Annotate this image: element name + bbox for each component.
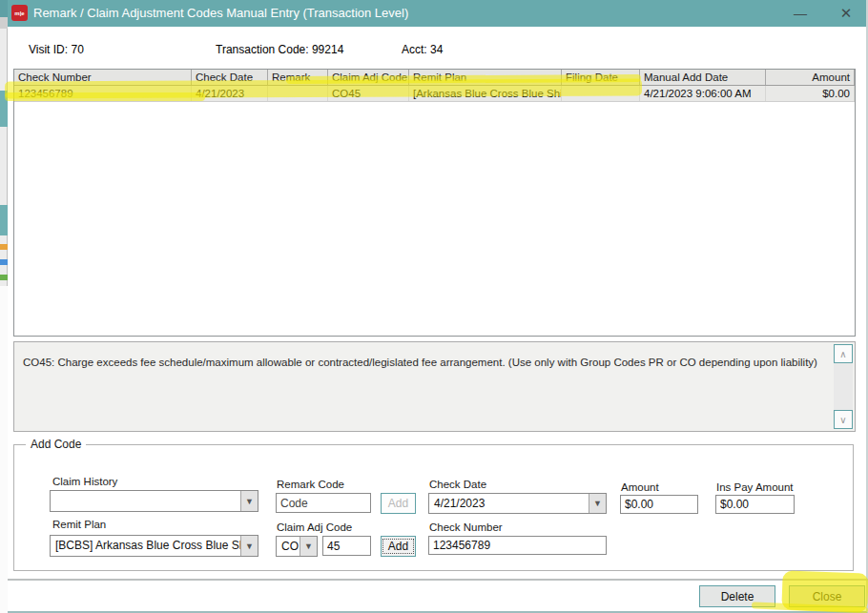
chevron-down-icon[interactable]: ▼ (240, 491, 258, 511)
cell-manual-add-date: 4/21/2023 9:06:00 AM (640, 86, 766, 101)
cell-amount: $0.00 (766, 86, 855, 101)
scroll-up-icon[interactable]: ∧ (834, 344, 853, 363)
sliver-segment (0, 259, 8, 265)
screen: m|e Remark / Claim Adjustment Codes Manu… (0, 0, 868, 613)
sliver-segment (0, 91, 8, 127)
code-description-text: CO45: Charge exceeds fee schedule/maximu… (23, 357, 826, 368)
claim-history-value (51, 491, 240, 511)
title-bar[interactable]: m|e Remark / Claim Adjustment Codes Manu… (8, 0, 866, 27)
footer-divider (8, 579, 868, 581)
check-number-label: Check Number (429, 521, 503, 533)
grid-column-header[interactable]: Manual Add Date (640, 70, 766, 85)
claim-adj-add-button[interactable]: Add (381, 536, 416, 557)
cell-remark (268, 86, 328, 101)
grid-data-row[interactable]: 123456789 4/21/2023 CO45 [Arkansas Blue … (14, 86, 855, 102)
amount-label: Amount (621, 481, 659, 493)
cell-filing-date (562, 86, 640, 101)
remit-plan-value: [BCBS] Arkansas Blue Cross Blue Shield (51, 536, 240, 556)
check-date-label: Check Date (429, 479, 486, 490)
minimize-button[interactable]: — (784, 0, 816, 27)
window-title: Remark / Claim Adjustment Codes Manual E… (33, 6, 408, 20)
background-window-sliver (0, 0, 8, 613)
cell-claim-adj-code: CO45 (328, 86, 409, 101)
remit-plan-combobox[interactable]: [BCBS] Arkansas Blue Cross Blue Shield ▼ (50, 535, 258, 557)
add-code-group-label: Add Code (26, 438, 86, 451)
ins-pay-amount-input[interactable] (715, 495, 795, 514)
claim-adj-code-input[interactable] (322, 536, 371, 556)
claim-history-combobox[interactable]: ▼ (50, 490, 258, 512)
description-scrollbar[interactable]: ∧ ∨ (834, 344, 853, 429)
sliver-segment (0, 244, 8, 250)
transaction-code-label: Transaction Code: 99214 (216, 43, 343, 56)
app-icon: m|e (11, 5, 28, 21)
codes-grid: Check Number Check Date Remark Claim Adj… (13, 69, 856, 337)
sliver-segment (0, 205, 8, 235)
delete-button[interactable]: Delete (699, 585, 775, 607)
acct-label: Acct: 34 (402, 43, 443, 56)
claim-adj-code-label: Claim Adj Code (277, 521, 352, 533)
scroll-down-icon[interactable]: ∨ (834, 410, 853, 429)
chevron-down-icon[interactable]: ▼ (240, 536, 258, 556)
grid-column-header[interactable]: Check Date (192, 70, 268, 85)
grid-column-header[interactable]: Check Number (14, 70, 192, 85)
visit-id-label: Visit ID: 70 (29, 43, 84, 56)
cell-check-number: 123456789 (14, 86, 192, 101)
remit-plan-label: Remit Plan (52, 519, 106, 530)
amount-input[interactable] (620, 495, 698, 514)
grid-column-header[interactable]: Remark (268, 70, 328, 85)
cell-check-date: 4/21/2023 (192, 86, 268, 101)
remark-add-button[interactable]: Add (381, 493, 416, 514)
code-description-panel: CO45: Charge exceeds fee schedule/maximu… (13, 341, 856, 432)
chevron-down-icon[interactable]: ▼ (589, 494, 606, 513)
ins-pay-amount-label: Ins Pay Amount (716, 481, 794, 493)
cell-remit-plan: [Arkansas Blue Cross Blue Shield] (409, 86, 562, 101)
remark-code-input[interactable] (276, 493, 371, 513)
chevron-down-icon[interactable]: ▼ (300, 537, 317, 556)
grid-column-header[interactable]: Claim Adj Code (328, 70, 409, 85)
check-number-input[interactable] (428, 536, 607, 555)
sliver-segment (0, 0, 8, 17)
claim-adj-group-combobox[interactable]: CO ▼ (276, 536, 318, 557)
grid-column-header[interactable]: Remit Plan (409, 70, 562, 85)
sliver-segment (0, 286, 8, 613)
dialog-window: m|e Remark / Claim Adjustment Codes Manu… (8, 0, 868, 613)
grid-column-header[interactable]: Amount (766, 70, 855, 85)
grid-header-row: Check Number Check Date Remark Claim Adj… (14, 70, 855, 86)
check-date-combobox[interactable]: 4/21/2023 ▼ (428, 493, 607, 514)
sliver-segment (0, 275, 8, 280)
remark-code-label: Remark Code (277, 479, 344, 490)
claim-adj-group-value: CO (277, 537, 300, 556)
close-window-button[interactable]: ✕ (830, 0, 862, 27)
sliver-segment (0, 17, 8, 29)
grid-column-header[interactable]: Filing Date (562, 70, 640, 85)
check-date-value: 4/21/2023 (429, 494, 589, 513)
close-button[interactable]: Close (789, 585, 865, 607)
claim-history-label: Claim History (52, 476, 117, 487)
